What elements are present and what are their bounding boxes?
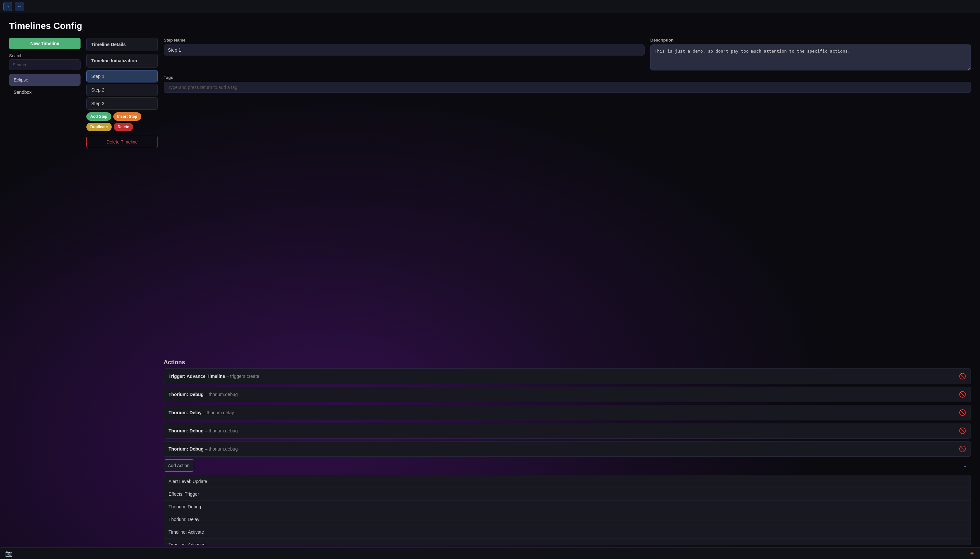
step-item-1[interactable]: Step 1 xyxy=(86,70,158,83)
search-input[interactable] xyxy=(9,60,81,70)
right-panel: Step Name Description This is just a dem… xyxy=(164,38,971,545)
tags-input[interactable] xyxy=(164,82,971,93)
description-label: Description xyxy=(651,38,971,43)
settings-icon[interactable]: ✦ xyxy=(969,549,975,557)
new-timeline-button[interactable]: New Timeline xyxy=(9,38,81,50)
timeline-details-section[interactable]: Timeline Details xyxy=(86,38,158,51)
action-text-0: Trigger: Advance Timeline – triggers.cre… xyxy=(169,374,259,379)
camera-icon[interactable]: 📷 xyxy=(5,550,12,557)
dropdown-item-0[interactable]: Alert Level: Update xyxy=(164,475,970,488)
step-name-group: Step Name xyxy=(164,38,645,70)
step-item-2[interactable]: Step 2 xyxy=(86,84,158,96)
tags-group: Tags xyxy=(164,75,971,354)
dropdown-item-5[interactable]: Timeline: Advance xyxy=(164,539,970,545)
step-name-label: Step Name xyxy=(164,38,645,43)
action-delete-icon-4[interactable]: 🚫 xyxy=(959,445,966,453)
dropdown-item-4[interactable]: Timeline: Activate xyxy=(164,526,970,539)
step-name-input[interactable] xyxy=(164,45,645,56)
action-item-3[interactable]: Thorium: Debug – thorium.debug 🚫 xyxy=(164,423,971,438)
action-text-2: Thorium: Delay – thorium.delay xyxy=(169,410,234,415)
delete-step-button[interactable]: Delete xyxy=(114,123,133,131)
insert-step-button[interactable]: Insert Step xyxy=(113,112,141,121)
page-title: Timelines Config xyxy=(9,21,971,31)
layout: New Timeline Search Eclipse Sandbox Time… xyxy=(9,38,971,545)
middle-panel: Timeline Details Timeline Initialization… xyxy=(86,38,158,545)
add-action-select[interactable]: Add Action xyxy=(164,459,194,472)
timeline-item-eclipse[interactable]: Eclipse xyxy=(9,74,81,86)
timeline-list: Eclipse Sandbox xyxy=(9,74,81,98)
back-button[interactable]: ← xyxy=(15,2,24,11)
action-item-1[interactable]: Thorium: Debug – thorium.debug 🚫 xyxy=(164,387,971,402)
actions-section: Actions Trigger: Advance Timeline – trig… xyxy=(164,359,971,545)
action-delete-icon-3[interactable]: 🚫 xyxy=(959,427,966,434)
duplicate-button[interactable]: Duplicate xyxy=(86,123,112,131)
left-panel: New Timeline Search Eclipse Sandbox xyxy=(9,38,81,545)
action-delete-icon-0[interactable]: 🚫 xyxy=(959,373,966,380)
right-top-fields: Step Name Description This is just a dem… xyxy=(164,38,971,70)
top-bar: ⌂ ← xyxy=(0,0,980,13)
action-delete-icon-1[interactable]: 🚫 xyxy=(959,391,966,398)
home-button[interactable]: ⌂ xyxy=(3,2,12,11)
step-actions: Add Step Insert Step Duplicate Delete xyxy=(86,112,158,131)
dropdown-item-3[interactable]: Thorium: Delay xyxy=(164,513,970,526)
action-delete-icon-2[interactable]: 🚫 xyxy=(959,409,966,416)
action-text-1: Thorium: Debug – thorium.debug xyxy=(169,392,238,397)
delete-timeline-button[interactable]: Delete Timeline xyxy=(86,136,158,148)
main-content: Timelines Config New Timeline Search Ecl… xyxy=(0,13,980,559)
timeline-initialization-section[interactable]: Timeline Initialization xyxy=(86,54,158,68)
action-item-4[interactable]: Thorium: Debug – thorium.debug 🚫 xyxy=(164,441,971,457)
action-item-0[interactable]: Trigger: Advance Timeline – triggers.cre… xyxy=(164,369,971,384)
action-dropdown: Alert Level: Update Effects: Trigger Tho… xyxy=(164,475,971,545)
timeline-item-sandbox[interactable]: Sandbox xyxy=(9,86,81,98)
action-text-3: Thorium: Debug – thorium.debug xyxy=(169,428,238,433)
action-text-4: Thorium: Debug – thorium.debug xyxy=(169,447,238,452)
actions-label: Actions xyxy=(164,359,971,366)
description-group: Description This is just a demo, so don'… xyxy=(651,38,971,70)
search-label: Search xyxy=(9,53,81,58)
steps-list: Step 1 Step 2 Step 3 xyxy=(86,70,158,110)
step-item-3[interactable]: Step 3 xyxy=(86,98,158,110)
description-textarea[interactable]: This is just a demo, so don't pay too mu… xyxy=(651,45,971,70)
bottom-bar: 📷 ✦ xyxy=(0,547,980,559)
search-section: Search xyxy=(9,53,81,70)
add-action-wrapper: Add Action xyxy=(164,459,971,472)
dropdown-item-1[interactable]: Effects: Trigger xyxy=(164,488,970,501)
add-action-row: Add Action xyxy=(164,459,971,472)
dropdown-item-2[interactable]: Thorium: Debug xyxy=(164,501,970,513)
tags-label: Tags xyxy=(164,75,971,80)
add-step-button[interactable]: Add Step xyxy=(86,112,111,121)
action-item-2[interactable]: Thorium: Delay – thorium.delay 🚫 xyxy=(164,405,971,420)
